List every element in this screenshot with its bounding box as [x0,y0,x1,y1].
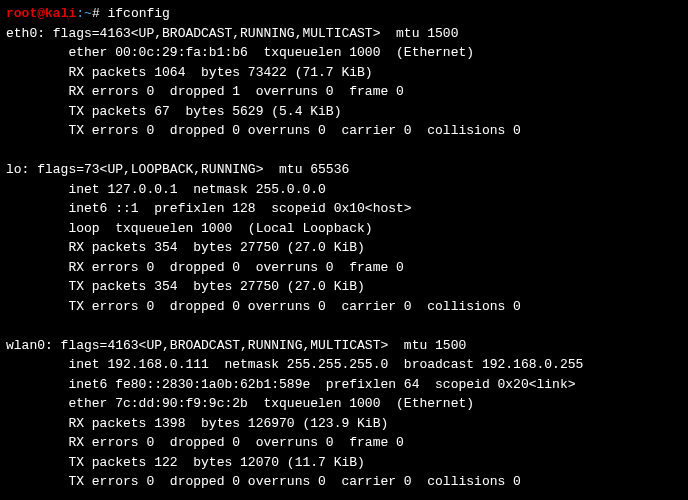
eth0-rx-packets: RX packets 1064 bytes 73422 (71.7 KiB) [6,63,682,83]
blank-line [6,141,682,161]
lo-inet: inet 127.0.0.1 netmask 255.0.0.0 [6,180,682,200]
prompt-host: kali [45,6,76,21]
lo-tx-packets: TX packets 354 bytes 27750 (27.0 KiB) [6,277,682,297]
wlan0-rx-errors: RX errors 0 dropped 0 overruns 0 frame 0 [6,433,682,453]
wlan0-inet6: inet6 fe80::2830:1a0b:62b1:589e prefixle… [6,375,682,395]
command-text: ifconfig [108,6,170,21]
lo-header: lo: flags=73<UP,LOOPBACK,RUNNING> mtu 65… [6,160,682,180]
wlan0-header: wlan0: flags=4163<UP,BROADCAST,RUNNING,M… [6,336,682,356]
prompt-line: root@kali:~# ifconfig [6,4,682,24]
eth0-tx-errors: TX errors 0 dropped 0 overruns 0 carrier… [6,121,682,141]
wlan0-rx-packets: RX packets 1398 bytes 126970 (123.9 KiB) [6,414,682,434]
eth0-ether: ether 00:0c:29:fa:b1:b6 txqueuelen 1000 … [6,43,682,63]
eth0-tx-packets: TX packets 67 bytes 5629 (5.4 KiB) [6,102,682,122]
wlan0-tx-packets: TX packets 122 bytes 12070 (11.7 KiB) [6,453,682,473]
blank-line [6,316,682,336]
prompt-path: ~ [84,6,92,21]
wlan0-inet: inet 192.168.0.111 netmask 255.255.255.0… [6,355,682,375]
prompt-sep: : [76,6,84,21]
lo-tx-errors: TX errors 0 dropped 0 overruns 0 carrier… [6,297,682,317]
eth0-rx-errors: RX errors 0 dropped 1 overruns 0 frame 0 [6,82,682,102]
lo-rx-errors: RX errors 0 dropped 0 overruns 0 frame 0 [6,258,682,278]
prompt-hash: # [92,6,100,21]
lo-loop: loop txqueuelen 1000 (Local Loopback) [6,219,682,239]
lo-inet6: inet6 ::1 prefixlen 128 scopeid 0x10<hos… [6,199,682,219]
lo-rx-packets: RX packets 354 bytes 27750 (27.0 KiB) [6,238,682,258]
wlan0-tx-errors: TX errors 0 dropped 0 overruns 0 carrier… [6,472,682,492]
eth0-header: eth0: flags=4163<UP,BROADCAST,RUNNING,MU… [6,24,682,44]
prompt-user: root [6,6,37,21]
wlan0-ether: ether 7c:dd:90:f9:9c:2b txqueuelen 1000 … [6,394,682,414]
prompt-at: @ [37,6,45,21]
